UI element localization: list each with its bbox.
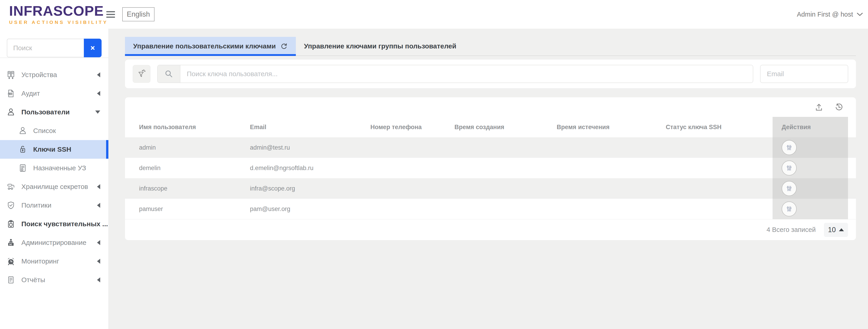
cell-created — [441, 199, 543, 219]
table-row: infrascope infra@scope.org — [125, 178, 856, 199]
sidebar-item-devices[interactable]: Устройства — [0, 65, 108, 84]
cell-email: infra@scope.org — [236, 178, 357, 199]
cell-created — [441, 178, 543, 199]
sidebar-item-sensitive-data-search[interactable]: Поиск чувствительных ... — [0, 215, 108, 233]
collapse-arrow-icon — [97, 72, 100, 77]
sidebar-search-clear-button[interactable] — [84, 39, 101, 57]
language-button[interactable]: English — [122, 7, 155, 21]
chevron-up-icon — [839, 228, 844, 231]
refresh-icon[interactable] — [280, 42, 288, 50]
cell-username: pamuser — [125, 199, 236, 219]
cell-status — [652, 158, 773, 178]
sidebar-item-secrets-vault[interactable]: Хранилище секретов — [0, 177, 108, 196]
secrets-vault-icon — [6, 182, 16, 191]
audit-log-icon: LOG — [6, 89, 16, 98]
funnel-icon — [136, 69, 147, 79]
cell-status — [652, 199, 773, 219]
sidebar-item-ssh-keys[interactable]: Ключи SSH — [0, 140, 108, 159]
cell-actions — [773, 178, 848, 199]
sliders-icon — [785, 144, 793, 152]
sidebar-item-label: Администрирование — [21, 239, 86, 246]
cell-actions — [773, 137, 848, 158]
sidebar-toggle-hamburger-icon[interactable] — [106, 11, 115, 18]
app-logo: INFRASCOPE USER ACTIONS VISIBILITY — [9, 4, 94, 25]
tab-group-keys-management[interactable]: Управление ключами группы пользователей — [296, 37, 465, 56]
reports-icon — [6, 275, 16, 285]
cell-phone — [357, 178, 441, 199]
column-header-email: Email — [236, 117, 357, 137]
devices-icon — [6, 70, 16, 79]
sidebar-item-label: Назначенные УЗ — [33, 164, 86, 172]
logo-title: INFRASCOPE — [9, 4, 94, 18]
users-icon — [6, 108, 16, 117]
sliders-icon — [785, 184, 793, 192]
sidebar-item-audit[interactable]: LOG Аудит — [0, 84, 108, 103]
sidebar-item-users-list[interactable]: Список — [0, 121, 108, 140]
cell-expires — [543, 158, 652, 178]
table-pagination: 4 Всего записей 10 — [125, 219, 856, 240]
collapse-arrow-icon — [97, 240, 100, 245]
sidebar-nav: Устройства LOG Аудит Пользователи — [0, 65, 108, 289]
cell-phone — [357, 137, 441, 158]
sidebar-item-users[interactable]: Пользователи — [0, 103, 108, 121]
sidebar-item-assigned-accounts[interactable]: Назначенные УЗ — [0, 159, 108, 177]
page-size-selector[interactable]: 10 — [824, 223, 848, 237]
filter-button[interactable] — [133, 65, 150, 83]
filter-bar — [125, 60, 856, 88]
sidebar-search-input[interactable] — [7, 39, 84, 57]
expand-arrow-icon — [95, 111, 100, 114]
sidebar-item-label: Устройства — [21, 71, 57, 79]
sliders-icon — [785, 205, 793, 213]
row-actions-button[interactable] — [782, 160, 797, 176]
cell-email: pam@user.org — [236, 199, 357, 219]
user-menu[interactable]: Admin First @ host — [797, 11, 863, 18]
table-row: admin admin@test.ru — [125, 137, 856, 158]
column-header-phone: Номер телефона — [357, 117, 441, 137]
column-header-created: Время создания — [441, 117, 543, 137]
key-search-input[interactable] — [180, 65, 753, 83]
cell-username: demelin — [125, 158, 236, 178]
upload-key-button[interactable] — [814, 102, 824, 112]
cell-username: admin — [125, 137, 236, 158]
close-icon — [89, 44, 97, 52]
sidebar-item-label: Хранилище секретов — [21, 183, 88, 190]
main-area: Управление пользовательскими ключами Упр… — [108, 29, 868, 329]
tab-bar: Управление пользовательскими ключами Упр… — [125, 37, 856, 56]
collapse-arrow-icon — [97, 203, 100, 208]
sidebar-item-label: Отчёты — [21, 276, 45, 284]
sidebar-item-administration[interactable]: Администрирование — [0, 233, 108, 252]
email-filter-input[interactable] — [760, 65, 848, 83]
sidebar-item-label: Список — [33, 127, 56, 134]
sidebar-item-label: Аудит — [21, 90, 40, 97]
row-actions-button[interactable] — [782, 181, 797, 196]
sidebar-item-reports[interactable]: Отчёты — [0, 271, 108, 289]
sensitive-data-search-icon — [6, 219, 16, 229]
sidebar-item-monitoring[interactable]: Мониторинг — [0, 252, 108, 271]
cell-expires — [543, 137, 652, 158]
cell-actions — [773, 158, 848, 178]
sidebar-item-label: Политики — [21, 202, 51, 209]
search-icon-segment — [158, 65, 180, 83]
column-header-actions: Действия — [773, 117, 848, 137]
sidebar-item-policies[interactable]: Политики — [0, 196, 108, 215]
keys-table-card: Имя пользователя Email Номер телефона Вр… — [125, 97, 856, 240]
history-button[interactable] — [834, 102, 844, 112]
tab-user-keys-management[interactable]: Управление пользовательскими ключами — [125, 37, 296, 56]
svg-text:LOG: LOG — [8, 93, 12, 95]
sidebar-item-label: Мониторинг — [21, 258, 59, 265]
cell-username: infrascope — [125, 178, 236, 199]
chevron-down-icon — [857, 12, 863, 17]
column-header-expires: Время истечения — [543, 117, 652, 137]
row-actions-button[interactable] — [782, 202, 797, 216]
sidebar-divider — [0, 58, 108, 58]
sidebar-item-label: Поиск чувствительных ... — [21, 220, 108, 228]
sidebar: Устройства LOG Аудит Пользователи — [0, 29, 108, 329]
logo-subtitle: USER ACTIONS VISIBILITY — [9, 20, 94, 25]
cell-actions — [773, 199, 848, 219]
cell-expires — [543, 178, 652, 199]
tab-label: Управление ключами группы пользователей — [304, 42, 457, 50]
cell-phone — [357, 158, 441, 178]
user-list-icon — [18, 126, 27, 135]
sidebar-item-label: Ключи SSH — [33, 146, 71, 153]
row-actions-button[interactable] — [782, 140, 797, 155]
